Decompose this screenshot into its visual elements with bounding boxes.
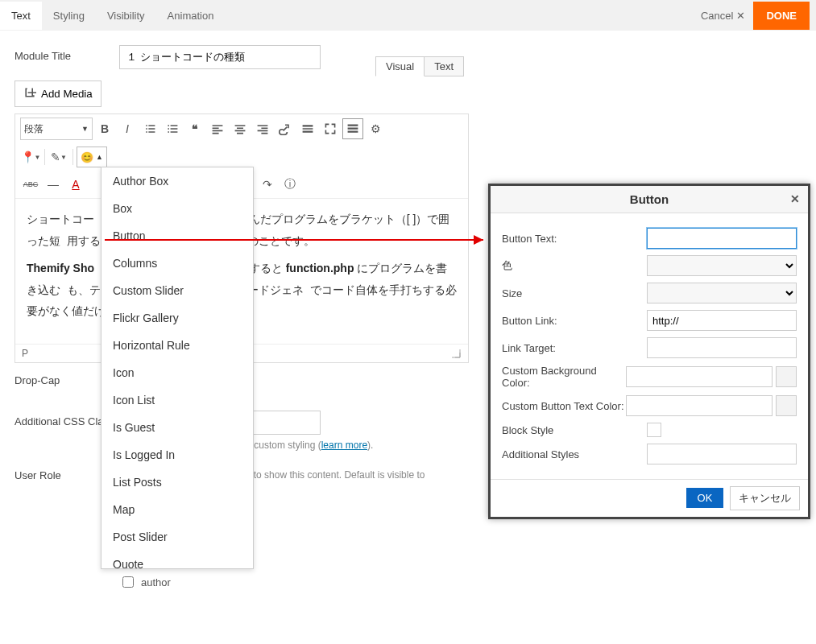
modal-close-button[interactable]: ✕ [790, 192, 800, 205]
done-button[interactable]: DONE [753, 2, 810, 30]
editor-mode-visual[interactable]: Visual [375, 56, 425, 76]
editor-mode-tabs: Visual Text [375, 56, 464, 76]
text-color-button[interactable]: A [65, 174, 86, 195]
modal-title: Button [630, 192, 669, 206]
blockquote-button[interactable]: ❝ [184, 118, 205, 139]
pin-button[interactable]: 📍▼ [20, 147, 41, 167]
text-frag: Themify Sho [27, 262, 94, 275]
txtcolor-swatch[interactable] [776, 395, 797, 416]
size-select[interactable] [647, 283, 797, 303]
cancel-button[interactable]: Cancel ✕ [693, 3, 753, 28]
editor-path: P [22, 348, 28, 359]
format-select[interactable]: 段落 ▼ [20, 118, 93, 140]
button-shortcode-modal: Button ✕ Button Text: 色 Size Button Link… [488, 184, 810, 519]
txtcolor-input[interactable] [626, 395, 773, 416]
block-label: Block Style [502, 424, 647, 436]
add-media-label: Add Media [41, 88, 93, 100]
sc-item-map[interactable]: Map [101, 496, 253, 523]
size-label: Size [502, 287, 647, 299]
fullscreen-button[interactable] [320, 118, 341, 139]
cancel-label: Cancel [701, 10, 733, 22]
tab-text[interactable]: Text [0, 2, 42, 30]
sc-item-is-logged-in[interactable]: Is Logged In [101, 441, 253, 469]
help-button[interactable]: ⓘ [280, 174, 300, 195]
sc-item-button[interactable]: Button [101, 222, 253, 250]
sc-item-quote[interactable]: Quote [101, 551, 253, 569]
text-frag: ショートコー [27, 213, 94, 225]
tab-styling[interactable]: Styling [42, 2, 96, 30]
addl-styles-label: Additional Styles [502, 448, 647, 460]
shortcode-menu: Author Box Box Button Columns Custom Sli… [101, 167, 254, 569]
chevron-up-icon: ▲ [96, 153, 103, 161]
redo-button[interactable]: ↷ [257, 174, 278, 195]
add-media-button[interactable]: Add Media [14, 80, 101, 107]
learn-more-link[interactable]: learn more [321, 440, 367, 451]
emoji-icon: 😊 [81, 151, 93, 163]
role-cb-author[interactable] [122, 576, 134, 588]
read-more-button[interactable] [297, 118, 318, 139]
bullet-list-button[interactable] [139, 118, 160, 139]
align-center-button[interactable] [230, 118, 251, 139]
sc-item-icon[interactable]: Icon [101, 359, 253, 386]
close-icon: ✕ [736, 10, 745, 22]
button-text-label: Button Text: [502, 233, 647, 245]
sc-item-flickr[interactable]: Flickr Gallery [101, 304, 253, 332]
italic-button[interactable]: I [117, 118, 138, 139]
bold-button[interactable]: B [94, 118, 115, 139]
align-right-button[interactable] [252, 118, 273, 139]
numbered-list-button[interactable] [162, 118, 183, 139]
sc-item-author-box[interactable]: Author Box [101, 167, 253, 195]
toolbar-toggle-button[interactable] [342, 118, 363, 139]
sc-item-icon-list[interactable]: Icon List [101, 386, 253, 414]
module-editor-header: Text Styling Visibility Animation Cancel… [0, 0, 816, 31]
bgcolor-input[interactable] [626, 366, 773, 387]
text-frag: function.php [286, 262, 354, 275]
gear-icon: ⚙ [371, 122, 381, 135]
align-left-button[interactable] [207, 118, 228, 139]
module-title-input[interactable] [119, 45, 321, 69]
sc-item-box[interactable]: Box [101, 195, 253, 222]
resize-handle[interactable] [450, 348, 462, 359]
link-button[interactable] [275, 118, 296, 139]
tab-visibility[interactable]: Visibility [96, 2, 156, 30]
hr-button[interactable]: — [43, 174, 64, 195]
modal-ok-button[interactable]: OK [686, 488, 724, 508]
sc-item-custom-slider[interactable]: Custom Slider [101, 277, 253, 304]
module-title-label: Module Title [14, 45, 119, 62]
link-input[interactable] [647, 310, 797, 331]
color-select[interactable] [647, 255, 797, 276]
sc-item-columns[interactable]: Columns [101, 250, 253, 277]
format-select-label: 段落 [24, 122, 43, 136]
shortcode-dropdown-trigger[interactable]: 😊 ▲ [77, 147, 107, 167]
media-icon [23, 86, 36, 101]
color-label: 色 [502, 258, 647, 273]
txtcolor-label: Custom Button Text Color: [502, 400, 626, 412]
link-label: Button Link: [502, 315, 647, 327]
sc-item-post-slider[interactable]: Post Slider [101, 523, 253, 551]
target-label: Link Target: [502, 342, 647, 354]
settings-button[interactable]: ⚙ [365, 118, 386, 139]
target-input[interactable] [647, 337, 797, 358]
chevron-down-icon: ▼ [81, 125, 89, 133]
role-label: author [141, 576, 171, 588]
style-button[interactable]: ✎▼ [48, 147, 69, 167]
bgcolor-label: Custom Background Color: [502, 365, 626, 389]
editor-mode-text[interactable]: Text [425, 56, 464, 76]
sc-item-list-posts[interactable]: List Posts [101, 469, 253, 496]
tab-animation[interactable]: Animation [156, 2, 226, 30]
block-checkbox[interactable] [647, 423, 661, 437]
abc-strike-button[interactable]: ABC [20, 174, 41, 195]
sc-item-hr[interactable]: Horizontal Rule [101, 332, 253, 359]
header-tabs: Text Styling Visibility Animation [0, 2, 225, 30]
bgcolor-swatch[interactable] [776, 366, 797, 387]
addl-styles-input[interactable] [647, 444, 797, 464]
sc-item-is-guest[interactable]: Is Guest [101, 414, 253, 441]
help-icon: ⓘ [284, 177, 296, 192]
button-text-input[interactable] [647, 228, 797, 249]
modal-cancel-button[interactable]: キャンセル [730, 486, 800, 510]
